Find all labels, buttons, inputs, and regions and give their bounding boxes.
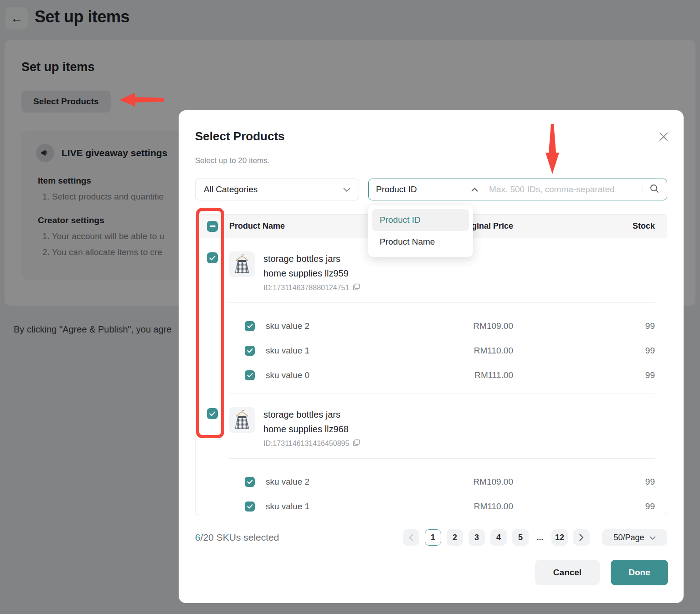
search-box[interactable]: Product ID: [368, 179, 667, 200]
select-products-modal: Select Products Select up to 20 items. A…: [179, 110, 684, 603]
products-table: Product Name Original Price Stock storag…: [195, 214, 667, 515]
sku-label: sku value 2: [266, 321, 309, 331]
sku-row: sku value 2 RM109.00 99: [196, 314, 667, 338]
product-name-line2: home supplies llz968: [263, 422, 360, 436]
pagination: 1 2 3 4 5 ... 12: [403, 529, 590, 546]
product-image: [229, 251, 255, 277]
page-size-select[interactable]: 50/Page: [602, 529, 667, 546]
product-name-line1: storage bottles jars: [263, 407, 360, 422]
product-name-line1: storage bottles jars: [263, 251, 360, 266]
sku-count-number: 6: [195, 532, 201, 542]
chevron-down-icon: [343, 184, 350, 194]
sku-price: RM110.00: [376, 346, 513, 356]
sku-count: 6/20 SKUs selected: [195, 532, 279, 543]
sku-stock: 99: [513, 321, 667, 331]
column-header-product-name: Product Name: [229, 221, 376, 231]
chevron-down-icon: [649, 533, 656, 542]
pagination-prev-button[interactable]: [403, 529, 419, 546]
dropdown-option-product-name[interactable]: Product Name: [372, 231, 469, 253]
cancel-button[interactable]: Cancel: [535, 560, 600, 585]
pagination-ellipsis[interactable]: ...: [534, 529, 546, 546]
sku-stock: 99: [513, 501, 667, 512]
pagination-page-1[interactable]: 1: [425, 529, 441, 546]
dropdown-option-product-id[interactable]: Product ID: [372, 209, 469, 231]
sku-label: sku value 2: [266, 477, 309, 487]
sku-checkbox[interactable]: [245, 501, 255, 512]
sku-checkbox[interactable]: [245, 477, 255, 487]
modal-subtitle: Select up to 20 items.: [195, 156, 269, 165]
category-select[interactable]: All Categories: [195, 179, 359, 200]
pagination-page-3[interactable]: 3: [468, 529, 485, 546]
sku-price: RM111.00: [376, 370, 513, 380]
pagination-next-button[interactable]: [573, 529, 590, 546]
category-select-label: All Categories: [204, 184, 257, 194]
product-id: ID:1731146131416450895: [263, 440, 349, 448]
product-id: ID:1731146378880124751: [263, 284, 349, 292]
sku-label: sku value 1: [266, 346, 309, 356]
pagination-page-4[interactable]: 4: [490, 529, 507, 546]
search-input[interactable]: [489, 184, 640, 194]
product-checkbox[interactable]: [207, 252, 218, 263]
done-button[interactable]: Done: [611, 560, 668, 585]
sku-checkbox[interactable]: [245, 321, 255, 331]
select-all-checkbox[interactable]: [207, 221, 218, 232]
product-row: storage bottles jars home supplies llz96…: [196, 394, 667, 458]
page-size-label: 50/Page: [613, 533, 644, 542]
sku-row: sku value 0 RM111.00 99: [196, 363, 667, 388]
copy-icon[interactable]: [353, 439, 360, 448]
sku-checkbox[interactable]: [245, 346, 255, 356]
search-type-label: Product ID: [376, 184, 417, 194]
sku-checkbox[interactable]: [245, 370, 255, 380]
chevron-up-icon: [471, 185, 478, 194]
sku-label: sku value 0: [266, 370, 309, 380]
search-icon[interactable]: [649, 184, 659, 195]
sku-row: sku value 2 RM109.00 99: [196, 470, 667, 494]
product-name-line2: home supplies llz959: [263, 266, 360, 281]
copy-icon[interactable]: [353, 283, 360, 292]
sku-label: sku value 1: [266, 501, 309, 512]
sku-stock: 99: [513, 346, 667, 356]
sku-price: RM109.00: [376, 477, 513, 487]
pagination-page-12[interactable]: 12: [551, 529, 568, 546]
sku-row: sku value 1 RM110.00 99: [196, 338, 667, 363]
close-icon[interactable]: [658, 131, 669, 142]
search-type-select[interactable]: Product ID: [376, 184, 478, 194]
pagination-page-2[interactable]: 2: [447, 529, 463, 546]
search-type-dropdown: Product ID Product Name: [368, 205, 473, 257]
sku-price: RM110.00: [376, 501, 513, 512]
product-image: [229, 407, 255, 433]
sku-stock: 99: [513, 370, 667, 380]
pagination-page-5[interactable]: 5: [512, 529, 529, 546]
column-header-stock: Stock: [513, 221, 667, 231]
sku-price: RM109.00: [376, 321, 513, 331]
sku-count-suffix: /20 SKUs selected: [201, 532, 279, 542]
modal-title: Select Products: [195, 129, 285, 143]
product-checkbox[interactable]: [207, 408, 218, 419]
sku-stock: 99: [513, 477, 667, 487]
search-divider: [643, 186, 643, 193]
sku-row: sku value 1 RM110.00 99: [196, 494, 667, 515]
